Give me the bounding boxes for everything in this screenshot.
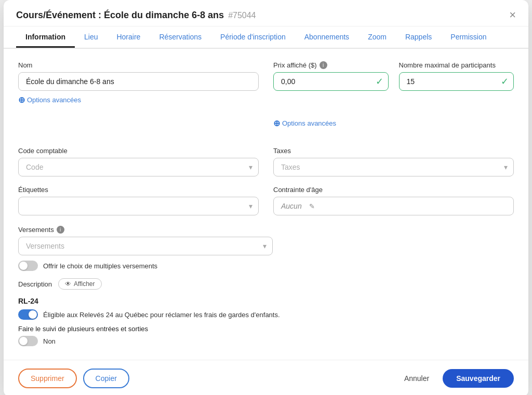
description-label: Description <box>18 280 52 288</box>
afficher-button[interactable]: 👁 Afficher <box>58 278 101 290</box>
modal-body: Nom ⊕ Options avancées Prix affiché ($) … <box>4 49 528 351</box>
versements-wrapper: Versements ▾ <box>18 237 273 255</box>
footer-right: Annuler Sauvegarder <box>397 369 514 388</box>
modal-id: #75044 <box>228 11 256 20</box>
tabs-bar: Information Lieu Horaire Réservations Pé… <box>4 26 528 49</box>
rl24-toggle[interactable] <box>18 309 38 320</box>
versements-label: Versements i <box>18 226 514 234</box>
tab-information[interactable]: Information <box>16 26 75 48</box>
participants-label: Nombre maximal de participants <box>399 61 514 69</box>
etiquettes-wrapper: ▾ <box>18 197 259 215</box>
rl24-text: Éligible aux Relevés 24 au Québec pour r… <box>43 311 280 319</box>
contrainte-edit-icon: ✎ <box>309 202 315 210</box>
taxes-select[interactable]: Taxes <box>273 158 514 176</box>
versements-select[interactable]: Versements <box>18 237 273 255</box>
suivi-row: Non <box>18 336 514 346</box>
sauvegarder-button[interactable]: Sauvegarder <box>443 369 514 388</box>
tab-rappels[interactable]: Rappels <box>396 26 441 48</box>
rl24-row: Éligible aux Relevés 24 au Québec pour r… <box>18 309 514 320</box>
taxes-label: Taxes <box>273 147 514 155</box>
contrainte-label: Contrainte d'âge <box>273 186 514 194</box>
close-button[interactable]: × <box>509 9 516 21</box>
footer-left: Supprimer Copier <box>18 369 129 388</box>
prix-info-icon[interactable]: i <box>320 61 327 69</box>
offrir-versements-label: Offrir le choix de multiples versements <box>43 262 157 270</box>
tab-permission[interactable]: Permission <box>441 26 496 48</box>
copier-button[interactable]: Copier <box>83 369 129 388</box>
taxes-wrapper: Taxes ▾ <box>273 158 514 176</box>
rl24-title: RL-24 <box>18 297 514 305</box>
code-comptable-select[interactable]: Code <box>18 158 259 176</box>
prix-input-wrapper: ✓ <box>273 72 389 91</box>
offrir-versements-row: Offrir le choix de multiples versements <box>18 261 514 271</box>
contrainte-input[interactable]: Aucun ✎ <box>273 197 514 215</box>
prix-label: Prix affiché ($) i <box>273 61 389 69</box>
description-row: Description 👁 Afficher <box>18 278 514 290</box>
tab-periode[interactable]: Période d'inscription <box>211 26 295 48</box>
tab-lieu[interactable]: Lieu <box>75 26 107 48</box>
nom-input-wrapper <box>18 72 259 91</box>
nom-input[interactable] <box>18 72 259 91</box>
suivi-label: Faire le suivi de plusieurs entrées et s… <box>18 325 514 333</box>
etiquettes-select[interactable] <box>18 197 259 215</box>
eye-icon: 👁 <box>65 280 71 288</box>
tab-horaire[interactable]: Horaire <box>107 26 150 48</box>
modal-footer: Supprimer Copier Annuler Sauvegarder <box>4 360 528 395</box>
offrir-versements-toggle[interactable] <box>18 261 38 271</box>
tab-zoom[interactable]: Zoom <box>358 26 396 48</box>
prix-input[interactable] <box>273 72 389 91</box>
participants-input[interactable] <box>399 72 514 91</box>
advanced-options-2[interactable]: ⊕ Options avancées <box>273 118 514 128</box>
nom-label: Nom <box>18 61 259 69</box>
suivi-toggle-label: Non <box>43 337 56 345</box>
tab-reservations[interactable]: Réservations <box>150 26 211 48</box>
tab-abonnements[interactable]: Abonnements <box>295 26 358 48</box>
suivi-toggle[interactable] <box>18 336 38 346</box>
participants-input-wrapper: ✓ <box>399 72 514 91</box>
etiquettes-label: Étiquettes <box>18 186 259 194</box>
annuler-button[interactable]: Annuler <box>397 370 436 387</box>
code-comptable-wrapper: Code ▾ <box>18 158 259 176</box>
versements-info-icon[interactable]: i <box>57 226 64 234</box>
modal-header: Cours/Événement : École du dimanche 6-8 … <box>4 0 528 26</box>
advanced-options-1[interactable]: ⊕ Options avancées <box>18 95 259 105</box>
modal: Cours/Événement : École du dimanche 6-8 … <box>4 0 528 395</box>
code-comptable-label: Code comptable <box>18 147 259 155</box>
modal-title: Cours/Événement : École du dimanche 6-8 … <box>16 10 224 21</box>
supprimer-button[interactable]: Supprimer <box>18 369 77 388</box>
